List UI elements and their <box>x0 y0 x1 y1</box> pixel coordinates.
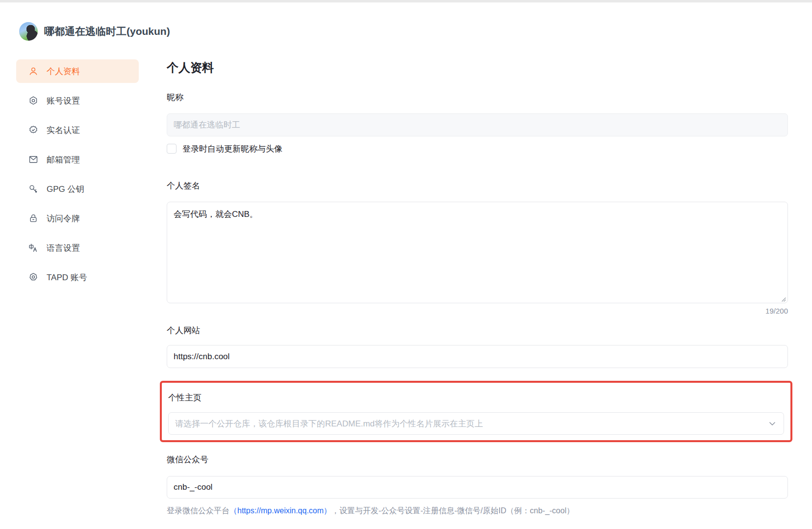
sidebar-item-tapd-account[interactable]: TAPD 账号 <box>16 265 139 289</box>
nickname-input[interactable] <box>167 113 788 136</box>
lock-icon <box>28 213 38 223</box>
user-avatar <box>19 22 38 41</box>
settings-sidebar: 个人资料 账号设置 实名认证 邮箱管理 GPG 公钥 <box>16 59 139 516</box>
sidebar-item-label: GPG 公钥 <box>47 184 84 195</box>
nickname-label: 昵称 <box>167 92 788 103</box>
wechat-help-link[interactable]: （https://mp.weixin.qq.com） <box>229 506 331 515</box>
key-icon <box>28 184 38 194</box>
homepage-select-placeholder: 请选择一个公开仓库，该仓库根目录下的README.md将作为个性名片展示在主页上 <box>175 418 767 429</box>
signature-label: 个人签名 <box>167 181 788 191</box>
verified-badge-icon <box>28 125 38 135</box>
page-title: 个人资料 <box>167 60 788 75</box>
homepage-repo-select[interactable]: 请选择一个公开仓库，该仓库根目录下的README.md将作为个性名片展示在主页上 <box>168 412 784 435</box>
homepage-label: 个性主页 <box>168 393 784 403</box>
sidebar-item-label: 个人资料 <box>47 66 80 77</box>
red-annotation-box: 个性主页 请选择一个公开仓库，该仓库根目录下的README.md将作为个性名片展… <box>160 381 792 442</box>
wechat-help-prefix: 登录微信公众平台 <box>167 506 229 515</box>
sidebar-item-label: 账号设置 <box>47 95 80 106</box>
auto-update-checkbox[interactable] <box>167 144 177 154</box>
chevron-down-icon <box>767 419 777 428</box>
sidebar-item-identity-verification[interactable]: 实名认证 <box>16 118 139 142</box>
sidebar-item-email-management[interactable]: 邮箱管理 <box>16 148 139 171</box>
profile-header: 哪都通在逃临时工(youkun) <box>0 2 812 41</box>
website-input[interactable] <box>167 345 788 368</box>
wechat-help-suffix: ，设置与开发-公众号设置-注册信息-微信号/原始ID（例：cnb-_-cool） <box>331 506 574 515</box>
mail-icon <box>28 155 38 164</box>
user-icon <box>28 66 38 76</box>
user-display-name: 哪都通在逃临时工(youkun) <box>44 25 170 38</box>
sidebar-item-label: 实名认证 <box>47 125 80 136</box>
sidebar-item-label: 语言设置 <box>47 242 80 254</box>
wechat-input[interactable] <box>167 476 788 499</box>
sidebar-item-label: 邮箱管理 <box>47 154 80 165</box>
auto-update-checkbox-label: 登录时自动更新昵称与头像 <box>182 143 282 155</box>
sidebar-item-account-settings[interactable]: 账号设置 <box>16 89 139 112</box>
signature-char-counter: 19/200 <box>167 306 788 316</box>
sidebar-item-label: 访问令牌 <box>47 213 80 224</box>
profile-form: 个人资料 昵称 登录时自动更新昵称与头像 个人签名 会写代码，就会CNB。 19… <box>167 59 788 516</box>
website-label: 个人网站 <box>167 325 788 336</box>
tapd-icon <box>28 272 38 282</box>
sidebar-item-label: TAPD 账号 <box>47 272 87 283</box>
sidebar-item-profile[interactable]: 个人资料 <box>16 59 139 83</box>
resize-handle-icon[interactable] <box>780 295 786 301</box>
wechat-label: 微信公众号 <box>167 454 788 465</box>
sidebar-item-gpg-keys[interactable]: GPG 公钥 <box>16 177 139 201</box>
sidebar-item-access-tokens[interactable]: 访问令牌 <box>16 207 139 230</box>
signature-textarea[interactable]: 会写代码，就会CNB。 <box>167 202 788 303</box>
wechat-help-text: 登录微信公众平台（https://mp.weixin.qq.com），设置与开发… <box>167 505 788 516</box>
translate-icon <box>28 243 38 253</box>
sidebar-item-language-settings[interactable]: 语言设置 <box>16 236 139 260</box>
settings-icon <box>28 96 38 106</box>
